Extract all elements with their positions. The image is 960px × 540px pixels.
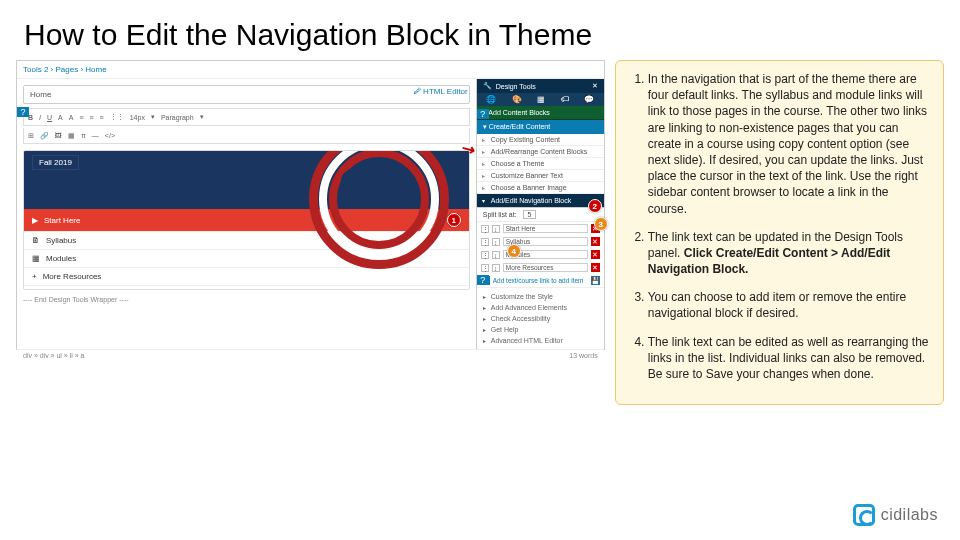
palette-icon[interactable]: 🎨 [512,95,522,104]
logo-icon [853,504,875,526]
instructions-column: In the navigation that is part of the th… [615,60,944,405]
help-icon[interactable]: ? [477,109,489,119]
dt-banner-text[interactable]: Customize Banner Text [477,170,604,182]
arrow-icon[interactable]: ↕ [492,225,500,233]
close-icon[interactable]: ✕ [592,82,598,90]
dt-links-list: ⋮ ↕ Start Here ✕ ⋮↕ Syllabus ✕ ⋮↕ Module… [477,222,604,287]
html-editor-link[interactable]: 🖉 HTML Editor [413,87,468,96]
path-info: div » div » ul » li » a [23,352,84,359]
doc-icon: 🗎 [32,236,40,245]
breadcrumb: Tools 2 › Pages › Home [17,61,604,79]
banner-image [319,150,439,219]
logo-text: cidilabs [881,506,938,524]
dt-link-row[interactable]: ⋮↕ More Resources ✕ [477,261,604,274]
wrench-icon: 🔧 [483,82,492,90]
dt-header: 🔧 Design Tools ✕ [477,79,604,93]
page-title: How to Edit the Navigation Block in Them… [0,0,960,60]
footer-logo: cidilabs [853,504,938,526]
instruction-3: You can choose to add item or remove the… [648,289,929,321]
dt-adv-html[interactable]: Advanced HTML Editor [483,335,598,346]
dt-choose-theme[interactable]: Choose a Theme [477,158,604,170]
grid-icon: ▦ [32,254,40,263]
title-field[interactable]: Home [23,85,470,104]
dt-split-row: Split list at: 5 [477,207,604,222]
page-canvas[interactable]: Fall 2019 ▶ Start Here 1 [23,150,470,290]
callout-1: 1 [447,213,461,227]
dt-check-accessibility[interactable]: Check Accessibility [483,313,598,324]
callout-3: 3 [594,217,608,231]
word-count: 13 words [569,352,597,359]
dt-link-row[interactable]: ⋮ ↕ Start Here ✕ [477,222,604,235]
instructions-box: In the navigation that is part of the th… [615,60,944,405]
dt-add-content[interactable]: + Add Content Blocks [477,106,604,120]
play-icon: ▶ [32,216,38,225]
instruction-1: In the navigation that is part of the th… [648,71,929,217]
dt-icon-row[interactable]: 🌐 🎨 ▦ 🏷 💬 [477,93,604,106]
dt-footer: Customize the Style Add Advanced Element… [477,287,604,349]
dt-create-edit[interactable]: ▾ Create/Edit Content [477,120,604,134]
rte-toolbar-1[interactable]: B I U A A ≡ ≡ ≡ ⋮⋮ 14px ▾ Paragraph ▾ [23,108,470,126]
wrapper-end-label: ---- End Design Tools Wrapper ---- [23,296,470,303]
editor-main: ? Home 🖉 HTML Editor B I U A A ≡ ≡ ≡ ⋮⋮ … [17,79,476,349]
dt-get-help[interactable]: Get Help [483,324,598,335]
help-icon[interactable]: ? [17,107,29,117]
block-icon[interactable]: ▦ [537,95,545,104]
crumb-a[interactable]: Tools 2 [23,65,48,74]
dt-add-rearrange[interactable]: Add/Rearrange Content Blocks [477,146,604,158]
help-icon[interactable]: ? [477,275,489,285]
callout-2: 2 [588,199,602,213]
crumb-c[interactable]: Home [85,65,106,74]
banner: Fall 2019 [24,151,469,209]
callout-4: 4 [507,244,521,258]
drag-icon[interactable]: ⋮ [481,225,489,233]
editor-screenshot: Tools 2 › Pages › Home ? Home 🖉 HTML Edi… [16,60,605,350]
nav-item-more[interactable]: + More Resources [24,268,469,286]
content-row: Tools 2 › Pages › Home ? Home 🖉 HTML Edi… [0,60,960,405]
split-input[interactable]: 5 [523,210,537,219]
banner-label: Fall 2019 [32,155,79,170]
dt-customize-style[interactable]: Customize the Style [483,291,598,302]
globe-icon[interactable]: 🌐 [486,95,496,104]
instruction-2: The link text can be updated in the Desi… [648,229,929,278]
chat-icon[interactable]: 💬 [584,95,594,104]
plus-icon: + [32,272,37,281]
dt-link-row[interactable]: ⋮↕ Modules ✕ [477,248,604,261]
save-icon[interactable]: 💾 [591,276,600,285]
tag-icon[interactable]: 🏷 [561,95,569,104]
editor-footer: div » div » ul » li » a 13 words [17,349,604,361]
instruction-4: The link text can be edited as well as r… [648,334,929,383]
dt-copy-existing[interactable]: Copy Existing Content [477,134,604,146]
rte-toolbar-2[interactable]: ⊞ 🔗 🖼 ▦ π — </> [23,128,470,144]
dt-add-link-row[interactable]: + Add text/course link to add item 💾 [477,274,604,287]
dt-advanced-elements[interactable]: Add Advanced Elements [483,302,598,313]
design-tools-panel: 🔧 Design Tools ✕ 🌐 🎨 ▦ 🏷 💬 ? + Add Conte… [476,79,604,349]
dt-nav-block[interactable]: Add/Edit Navigation Block [477,194,604,207]
crumb-b[interactable]: Pages [55,65,78,74]
dt-link-row[interactable]: ⋮↕ Syllabus ✕ [477,235,604,248]
dt-banner-image[interactable]: Choose a Banner Image [477,182,604,194]
